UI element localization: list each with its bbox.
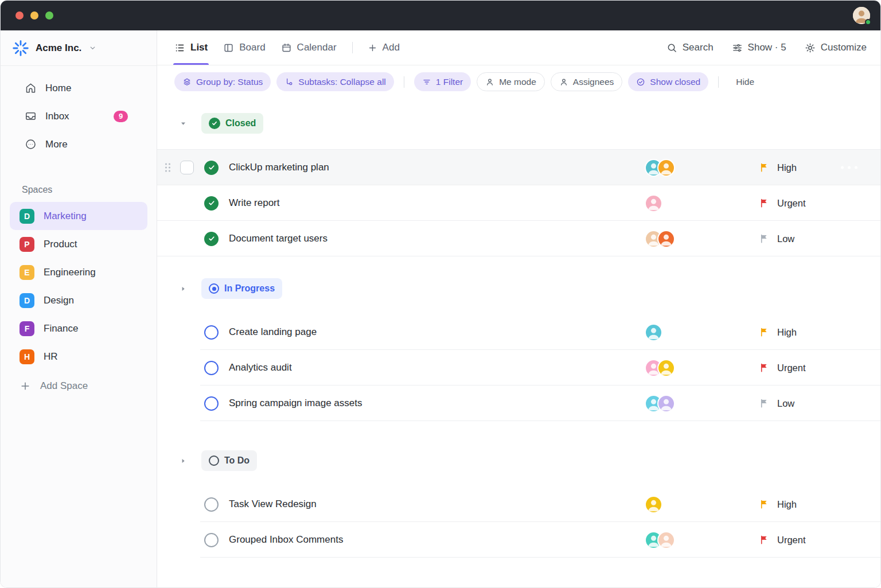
task-checkbox[interactable]	[180, 161, 194, 174]
sidebar-space-design[interactable]: D Design	[10, 286, 147, 314]
priority-label: Low	[777, 398, 794, 409]
sidebar-item-inbox[interactable]: Inbox 9	[1, 102, 157, 130]
avatar[interactable]	[645, 324, 662, 341]
status-in-progress-icon[interactable]	[204, 361, 219, 375]
sidebar-space-hr[interactable]: H HR	[10, 342, 147, 371]
task-name[interactable]: Create landing page	[229, 326, 645, 338]
task-name[interactable]: ClickUp marketing plan	[229, 162, 645, 173]
person-icon	[485, 77, 494, 87]
task-name[interactable]: Spring campaign image assets	[229, 398, 645, 409]
sidebar-item-more[interactable]: More	[1, 130, 157, 158]
task-name[interactable]: Grouped Inbox Comments	[229, 534, 645, 546]
task-name[interactable]: Analytics audit	[229, 362, 645, 373]
group-status-pill[interactable]: In Progress	[201, 278, 282, 299]
row-actions-ellipsis[interactable]	[841, 166, 857, 169]
task-row[interactable]: Spring campaign image assets Low	[157, 385, 880, 421]
priority-label: High	[777, 162, 797, 173]
status-to-do-icon[interactable]	[204, 497, 219, 512]
minimize-window-button[interactable]	[30, 11, 38, 20]
task-row[interactable]: Write report Urgent	[157, 185, 880, 221]
task-row[interactable]: Create landing page High	[157, 314, 880, 350]
task-name[interactable]: Write report	[229, 197, 645, 209]
add-view-button[interactable]: Add	[368, 42, 400, 53]
flag-icon	[759, 233, 770, 244]
close-window-button[interactable]	[15, 11, 24, 20]
flag-icon	[759, 327, 770, 337]
me-mode-chip[interactable]: Me mode	[477, 72, 545, 91]
assignee-avatars	[645, 324, 759, 341]
group-status-pill[interactable]: To Do	[201, 450, 257, 471]
filterbar-divider	[404, 76, 404, 88]
tab-list[interactable]: List	[174, 30, 208, 65]
task-row[interactable]: Document target users Low	[157, 221, 880, 256]
filter-icon	[422, 77, 431, 87]
status-in-progress-icon[interactable]	[204, 325, 219, 340]
show-options-label: Show · 5	[748, 42, 786, 53]
group-closed: Closed ClickUp marketing plan	[157, 113, 880, 256]
workspace-logo-icon	[12, 40, 29, 57]
priority-cell[interactable]: High	[759, 499, 880, 510]
group-rows: ClickUp marketing plan High	[157, 149, 880, 256]
priority-cell[interactable]: Urgent	[759, 363, 880, 373]
show-options-button[interactable]: Show · 5	[732, 42, 786, 53]
filter-label: 1 Filter	[436, 77, 463, 87]
status-done-icon[interactable]	[204, 161, 219, 175]
filter-chip[interactable]: 1 Filter	[414, 72, 471, 91]
subtasks-chip[interactable]: Subtasks: Collapse all	[276, 72, 394, 91]
tab-calendar[interactable]: Calendar	[281, 30, 337, 65]
status-to-do-icon[interactable]	[204, 533, 219, 547]
status-done-icon[interactable]	[204, 232, 219, 246]
status-in-progress-icon[interactable]	[204, 396, 219, 411]
group-by-chip[interactable]: Group by: Status	[174, 72, 271, 91]
calendar-view-icon	[281, 42, 292, 53]
home-icon	[25, 82, 37, 94]
sidebar-space-finance[interactable]: F Finance	[10, 314, 147, 342]
status-done-icon[interactable]	[204, 196, 219, 211]
task-row[interactable]: Analytics audit Urgent	[157, 350, 880, 385]
sidebar-item-home[interactable]: Home	[1, 74, 157, 102]
assignees-label: Assignees	[573, 77, 614, 87]
avatar[interactable]	[645, 496, 662, 513]
avatar[interactable]	[657, 531, 675, 549]
assignees-chip[interactable]: Assignees	[551, 72, 623, 91]
task-row[interactable]: Grouped Inbox Comments Urgent	[157, 522, 880, 558]
priority-cell[interactable]: Urgent	[759, 198, 880, 209]
caret-right-icon[interactable]	[180, 457, 187, 465]
filter-bar: Group by: Status Subtasks: Collapse all …	[157, 65, 880, 98]
priority-cell[interactable]: Urgent	[759, 535, 880, 546]
sidebar-space-engineering[interactable]: E Engineering	[10, 258, 147, 286]
priority-cell[interactable]: High	[759, 162, 880, 173]
avatar[interactable]	[657, 230, 675, 248]
drag-handle[interactable]	[165, 163, 171, 173]
flag-icon	[759, 162, 770, 173]
priority-cell[interactable]: High	[759, 327, 880, 338]
zoom-window-button[interactable]	[45, 11, 53, 20]
avatar[interactable]	[657, 359, 675, 377]
caret-right-icon[interactable]	[180, 285, 187, 293]
avatar[interactable]	[657, 159, 675, 177]
user-avatar[interactable]	[853, 7, 870, 24]
caret-down-icon[interactable]	[180, 120, 187, 127]
sidebar-space-marketing[interactable]: D Marketing	[10, 202, 147, 230]
add-space-button[interactable]: Add Space	[10, 372, 147, 400]
task-row[interactable]: Task View Redesign High	[157, 486, 880, 522]
workspace-switcher[interactable]: Acme Inc.	[1, 30, 157, 66]
tab-board[interactable]: Board	[223, 30, 265, 65]
search-button[interactable]: Search	[666, 42, 714, 53]
priority-label: Urgent	[777, 535, 806, 546]
hide-button[interactable]: Hide	[736, 77, 754, 87]
group-header: To Do	[157, 450, 880, 471]
space-label: Finance	[44, 323, 78, 334]
avatar[interactable]	[657, 395, 675, 412]
avatar[interactable]	[645, 194, 662, 212]
show-closed-chip[interactable]: Show closed	[628, 72, 708, 91]
priority-cell[interactable]: Low	[759, 398, 880, 409]
priority-cell[interactable]: Low	[759, 233, 880, 244]
task-name[interactable]: Document target users	[229, 233, 645, 244]
task-row[interactable]: ClickUp marketing plan High	[157, 150, 880, 185]
sidebar-space-product[interactable]: P Product	[10, 230, 147, 258]
task-name[interactable]: Task View Redesign	[229, 499, 645, 510]
customize-button[interactable]: Customize	[805, 42, 867, 53]
group-status-pill[interactable]: Closed	[201, 113, 263, 134]
group-rows: Task View Redesign High Grouped Inb	[157, 486, 880, 558]
